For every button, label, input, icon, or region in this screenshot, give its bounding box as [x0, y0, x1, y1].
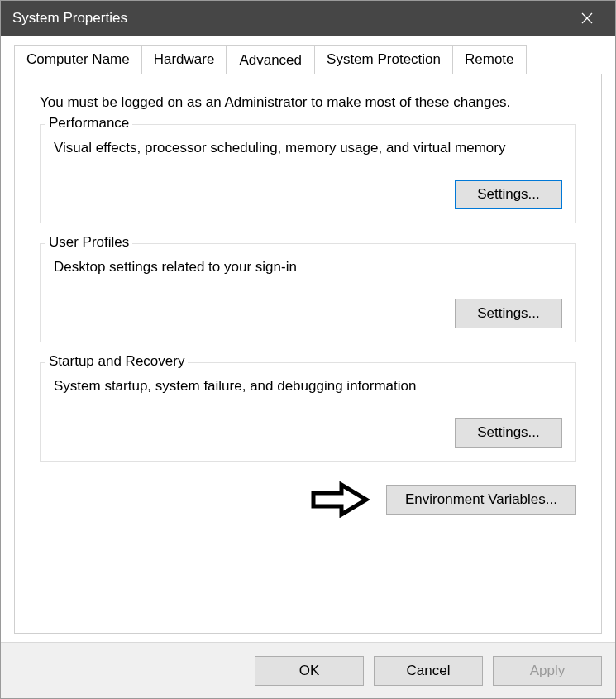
ok-button[interactable]: OK: [255, 656, 364, 686]
tab-content-advanced: You must be logged on as an Administrato…: [14, 74, 602, 634]
group-performance-desc: Visual effects, processor scheduling, me…: [54, 140, 562, 156]
tab-system-protection[interactable]: System Protection: [314, 45, 453, 74]
tab-computer-name[interactable]: Computer Name: [14, 45, 142, 74]
dialog-footer: OK Cancel Apply: [1, 642, 615, 698]
group-startup-recovery-desc: System startup, system failure, and debu…: [54, 378, 562, 395]
tab-advanced[interactable]: Advanced: [226, 45, 315, 74]
tab-hardware[interactable]: Hardware: [141, 45, 227, 74]
group-performance-legend: Performance: [45, 115, 132, 132]
tabstrip: Computer Name Hardware Advanced System P…: [14, 45, 615, 74]
group-performance: Performance Visual effects, processor sc…: [40, 124, 576, 223]
environment-variables-button[interactable]: Environment Variables...: [386, 485, 576, 515]
titlebar: System Properties: [1, 1, 615, 36]
group-user-profiles-legend: User Profiles: [45, 234, 132, 251]
group-startup-recovery: Startup and Recovery System startup, sys…: [40, 362, 576, 462]
startup-recovery-settings-button[interactable]: Settings...: [455, 418, 562, 448]
user-profiles-settings-button[interactable]: Settings...: [455, 299, 562, 328]
intro-text: You must be logged on as an Administrato…: [40, 94, 576, 111]
group-startup-recovery-legend: Startup and Recovery: [45, 353, 188, 370]
environment-variables-row: Environment Variables...: [40, 481, 576, 518]
performance-settings-button[interactable]: Settings...: [455, 180, 562, 209]
close-icon[interactable]: [571, 1, 604, 36]
apply-button[interactable]: Apply: [493, 656, 602, 686]
tab-remote[interactable]: Remote: [452, 45, 527, 74]
group-user-profiles: User Profiles Desktop settings related t…: [40, 243, 576, 342]
arrow-right-icon: [310, 481, 371, 518]
cancel-button[interactable]: Cancel: [374, 656, 483, 686]
group-user-profiles-desc: Desktop settings related to your sign-in: [54, 259, 562, 275]
system-properties-dialog: System Properties Computer Name Hardware…: [0, 0, 616, 699]
window-title: System Properties: [12, 10, 127, 26]
